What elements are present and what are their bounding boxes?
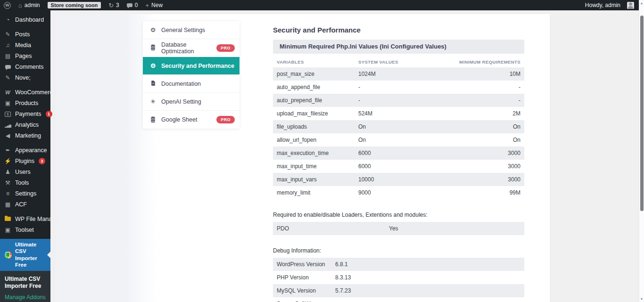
sidebar-item-users[interactable]: ♟Users — [0, 166, 50, 177]
tab-database-optimization[interactable]: Database OptimizationPRO — [143, 39, 239, 57]
wordpress-logo-menu[interactable]: W — [0, 0, 15, 10]
sidebar-item-plugins[interactable]: ⚡Plugins3 — [0, 155, 50, 166]
sidebar-item-tools[interactable]: ⚒Tools — [0, 177, 50, 188]
submenu-item-manage-addons[interactable]: Manage Addons — [0, 292, 50, 302]
sidebar-item-posts[interactable]: ✎Posts — [0, 29, 50, 40]
comments-menu[interactable]: 0 — [123, 0, 142, 10]
store-coming-soon-badge[interactable]: Store coming soon — [44, 0, 105, 10]
sidebar-item-label: Analytics — [15, 122, 39, 128]
grid-icon: ▦ — [4, 202, 11, 207]
sidebar-item-appearance[interactable]: ✒Appearance — [0, 145, 50, 155]
media-icon: ♫ — [4, 42, 11, 48]
sidebar-item-pages[interactable]: ▤Pages — [0, 50, 50, 61]
table-cell: 6000 — [358, 163, 508, 170]
briefcase-icon: ▣ — [4, 227, 11, 233]
sidebar-item-comments[interactable]: Comments — [0, 61, 50, 72]
tab-security-and-performance[interactable]: ⚙Security and Performance — [143, 57, 239, 75]
table-cell: max_input_vars — [277, 176, 358, 183]
comment-count: 0 — [135, 2, 138, 8]
tab-google-sheet[interactable]: Google SheetPRO — [143, 111, 239, 129]
count-badge: 3 — [39, 158, 45, 164]
sidebar-item-toolset[interactable]: ▣Toolset — [0, 224, 50, 235]
sidebar-item-dashboard[interactable]: ◔Dashboard — [0, 14, 50, 25]
sidebar-submenu: Ultimate CSV Importer Free Manage Addons — [0, 271, 50, 302]
brush-icon: ✒ — [4, 147, 11, 153]
sidebar-item-marketing[interactable]: ◀Marketing — [0, 130, 50, 141]
update-icon: ↻ — [108, 2, 114, 8]
sidebar-item-label: Pages — [15, 53, 32, 59]
openai-icon: ✳ — [149, 98, 157, 105]
update-count: 3 — [116, 2, 119, 8]
sidebar-item-acf[interactable]: ▦ACF — [0, 199, 50, 210]
tab-general-settings[interactable]: ⚙General Settings — [143, 21, 239, 39]
table-cell: - — [358, 97, 519, 104]
table-cell: allow_url_fopen — [277, 137, 358, 143]
pages-icon: ▤ — [4, 53, 11, 59]
table-cell: MySQL Version — [277, 287, 335, 294]
sidebar-item-settings[interactable]: ≡Settings — [0, 188, 50, 199]
scrollbar-thumb[interactable] — [640, 16, 644, 211]
tab-label: Google Sheet — [161, 116, 197, 123]
gear-icon: ⚙ — [149, 27, 157, 33]
sidebar-group: WP File Manager▣Toolset — [0, 213, 50, 235]
debug-table: WordPress Version6.8.1PHP Version8.3.13M… — [273, 258, 524, 302]
tab-openai-setting[interactable]: ✳OpenAI Setting — [143, 93, 239, 111]
sidebar-group: ✒Appearance⚡Plugins3♟Users⚒Tools≡Setting… — [0, 145, 50, 210]
site-name-menu[interactable]: ⌂ admin — [15, 0, 44, 10]
scroll-up-icon[interactable]: ▲ — [639, 1, 644, 5]
sliders-icon: ≡ — [4, 191, 11, 196]
database-icon — [149, 44, 157, 51]
table-row: MySQL Version5.7.23 — [273, 284, 524, 297]
sidebar-item-media[interactable]: ♫Media — [0, 40, 50, 50]
tab-documentation[interactable]: Documentation — [143, 75, 239, 93]
sidebar-item-label: Marketing — [15, 132, 41, 139]
table-cell: auto_prepend_file — [277, 97, 358, 104]
table-cell: 5.7.23 — [335, 287, 520, 294]
table-cell: - — [358, 84, 519, 90]
new-content-menu[interactable]: + New — [141, 0, 166, 10]
sidebar-item-label: Comments — [15, 64, 43, 70]
tab-label: General Settings — [161, 27, 205, 33]
updates-menu[interactable]: ↻ 3 — [105, 0, 123, 10]
table-cell: auto_append_file — [277, 84, 358, 90]
col-header-system-values: SYSTEM VALUES — [358, 59, 459, 65]
table-cell: 3000 — [508, 176, 520, 183]
table-cell: max_input_time — [277, 163, 358, 170]
table-cell: file_uploads — [277, 123, 358, 130]
table-row: auto_prepend_file-- — [273, 94, 524, 107]
home-icon: ⌂ — [18, 2, 22, 8]
table-row: PHP Version8.3.13 — [273, 271, 524, 284]
sidebar-item-products[interactable]: ▣Products — [0, 98, 50, 108]
sidebar-group: ◔Dashboard — [0, 14, 50, 25]
sidebar-item-payments[interactable]: $Payments1 — [0, 108, 50, 119]
sidebar-item-nove[interactable]: ✎Nove; — [0, 72, 50, 83]
sidebar-item-woocommerce[interactable]: WWooCommerce — [0, 87, 50, 98]
table-cell: PHP Version — [277, 274, 335, 281]
debug-label: Debug Information: — [273, 247, 524, 254]
vertical-scrollbar[interactable]: ▲ ▼ — [639, 0, 644, 302]
submenu-item-ultimate-csv-importer[interactable]: Ultimate CSV Importer Free — [0, 275, 50, 292]
table-cell: max_execution_time — [277, 150, 358, 156]
table-row: allow_url_fopenOnOn — [273, 133, 524, 147]
scroll-down-icon[interactable]: ▼ — [639, 297, 644, 301]
col-header-variables: VARIABLES — [277, 59, 358, 65]
table-row: PDOYes — [273, 222, 524, 235]
dollar-icon: $ — [4, 111, 11, 117]
sidebar-item-ultimate-csv-importer[interactable]: Ultimate CSV Importer Free — [0, 239, 50, 271]
table-row: file_uploadsOnOn — [273, 120, 524, 133]
content-area: ⚙General SettingsDatabase OptimizationPR… — [50, 10, 639, 302]
admin-bar: W ⌂ admin Store coming soon ↻ 3 0 + New … — [0, 0, 639, 10]
sidebar-item-analytics[interactable]: ▂▄▆Analytics — [0, 119, 50, 130]
sidebar-item-label: Dashboard — [15, 16, 44, 23]
sidebar-item-wp-file-manager[interactable]: WP File Manager — [0, 213, 50, 224]
doc-icon — [149, 80, 157, 87]
site-name-label: admin — [25, 2, 40, 8]
database-icon — [149, 116, 157, 123]
tab-label: Database Optimization — [161, 41, 212, 55]
folder-icon — [4, 216, 11, 222]
sidebar-item-label: ACF — [15, 201, 27, 208]
table-cell: On — [358, 123, 513, 130]
gear-icon: ⚙ — [149, 63, 157, 69]
howdy-menu[interactable]: Howdy, admin — [581, 0, 624, 10]
user-avatar[interactable] — [627, 2, 634, 9]
